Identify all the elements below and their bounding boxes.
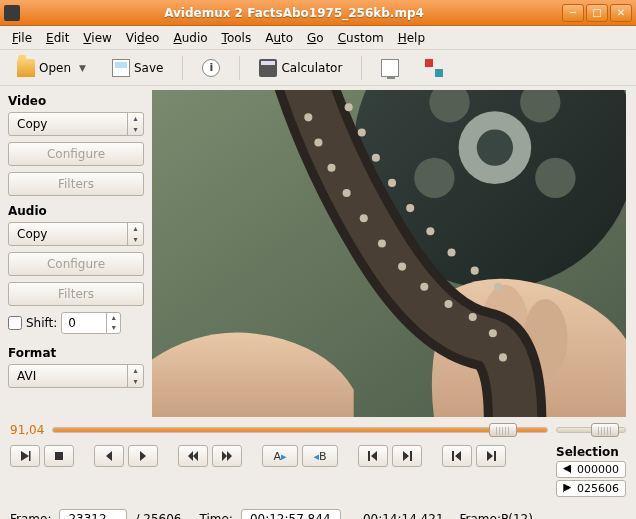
goto-mark-a-button[interactable] [442,445,472,467]
svg-point-15 [378,239,386,247]
menu-audio[interactable]: Audio [169,29,211,47]
frametype-value: Frame:P(12) [460,512,533,519]
mark-a-icon: ⯇ [563,464,573,475]
menu-custom[interactable]: Custom [334,29,388,47]
save-button[interactable]: Save [103,55,172,81]
time-field[interactable]: 00:12:57.844 [241,509,341,519]
shift-checkbox[interactable] [8,316,22,330]
format-value: AVI [9,369,127,383]
folder-open-icon [17,59,35,77]
duration-value: 00:14:14.421 [363,512,444,519]
svg-point-19 [469,313,477,321]
timeline-row: 91,04 [0,421,636,441]
combo-spinner[interactable]: ▴▾ [127,365,143,387]
save-icon [112,59,130,77]
selection-a-field[interactable]: ⯇ 000000 [556,461,626,478]
svg-rect-32 [55,452,63,460]
audio-shift-row: Shift: 0 ▴▾ [8,312,144,334]
svg-point-12 [327,164,335,172]
next-frame-button[interactable] [128,445,158,467]
format-combo[interactable]: AVI ▴▾ [8,364,144,388]
combo-spinner[interactable]: ▴▾ [127,113,143,135]
video-section-title: Video [8,94,144,108]
secondary-slider[interactable] [556,425,626,435]
video-codec-combo[interactable]: Copy ▴▾ [8,112,144,136]
stop-button[interactable] [44,445,74,467]
audio-configure-button[interactable]: Configure [8,252,144,276]
maximize-button[interactable]: □ [586,4,608,22]
svg-point-26 [406,204,414,212]
goto-mark-b-button[interactable] [476,445,506,467]
audio-section-title: Audio [8,204,144,218]
svg-point-3 [477,129,513,165]
selection-b-field[interactable]: ⯈ 025606 [556,480,626,497]
frame-field[interactable]: 23312 [59,509,127,519]
svg-point-25 [388,179,396,187]
audio-codec-combo[interactable]: Copy ▴▾ [8,222,144,246]
svg-point-11 [314,139,322,147]
seek-slider[interactable] [52,425,548,435]
transport-controls: A▸ ◂B Selection ⯇ 000000 ⯈ 025606 [0,441,636,505]
minimize-button[interactable]: ─ [562,4,584,22]
svg-point-16 [398,263,406,271]
mark-b-button[interactable]: ◂B [302,445,338,467]
projector-icon [381,59,399,77]
seek-thumb[interactable] [489,423,517,437]
secondary-thumb[interactable] [591,423,619,437]
svg-point-18 [444,300,452,308]
calculator-button[interactable]: Calculator [250,55,351,81]
save-label: Save [134,61,163,75]
open-button[interactable]: Open ▼ [8,55,95,81]
video-filters-button[interactable]: Filters [8,172,144,196]
selection-title: Selection [556,445,626,459]
svg-point-14 [360,214,368,222]
mark-b-icon: ⯈ [563,483,573,494]
open-label: Open [39,61,71,75]
menu-video[interactable]: Video [122,29,164,47]
next-keyframe-button[interactable] [212,445,242,467]
info-button[interactable] [193,55,229,81]
record-button[interactable] [416,55,452,81]
app-icon [4,5,20,21]
timeline-value: 91,04 [10,423,44,437]
window-title: Avidemux 2 FactsAbo1975_256kb.mp4 [26,6,562,20]
record-icon [425,59,443,77]
menu-file[interactable]: File [8,29,36,47]
svg-rect-31 [29,451,31,461]
frame-label: Frame: [10,512,51,519]
spin-buttons[interactable]: ▴▾ [106,313,120,333]
close-button[interactable]: ✕ [610,4,632,22]
menu-view[interactable]: View [79,29,115,47]
svg-point-6 [535,158,575,198]
info-icon [202,59,220,77]
goto-end-button[interactable] [392,445,422,467]
svg-point-30 [494,283,502,291]
chevron-down-icon[interactable]: ▼ [79,63,86,73]
shift-value: 0 [62,313,106,333]
audio-filters-button[interactable]: Filters [8,282,144,306]
play-button[interactable] [10,445,40,467]
svg-point-23 [358,128,366,136]
menu-help[interactable]: Help [394,29,429,47]
titlebar: Avidemux 2 FactsAbo1975_256kb.mp4 ─ □ ✕ [0,0,636,26]
svg-rect-33 [368,451,370,461]
svg-point-27 [426,227,434,235]
goto-start-button[interactable] [358,445,388,467]
menu-go[interactable]: Go [303,29,328,47]
selection-panel: Selection ⯇ 000000 ⯈ 025606 [556,445,626,499]
video-configure-button[interactable]: Configure [8,142,144,166]
toolbar: Open ▼ Save Calculator [0,50,636,86]
menu-tools[interactable]: Tools [218,29,256,47]
status-row: Frame: 23312 / 25606 Time: 00:12:57.844 … [0,505,636,519]
menu-auto[interactable]: Auto [261,29,297,47]
svg-point-20 [489,329,497,337]
menu-edit[interactable]: Edit [42,29,73,47]
menubar: File Edit View Video Audio Tools Auto Go… [0,26,636,50]
prev-keyframe-button[interactable] [178,445,208,467]
shift-spinbox[interactable]: 0 ▴▾ [61,312,121,334]
projector-button[interactable] [372,55,408,81]
prev-frame-button[interactable] [94,445,124,467]
combo-spinner[interactable]: ▴▾ [127,223,143,245]
mark-a-button[interactable]: A▸ [262,445,298,467]
format-section-title: Format [8,346,144,360]
